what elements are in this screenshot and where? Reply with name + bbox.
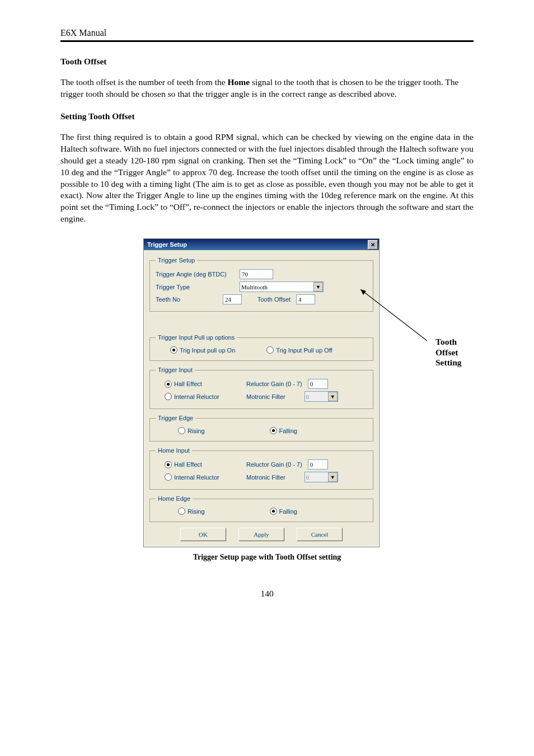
group-home-input: Home Input Hall Effect Reluctor Gain (0 … xyxy=(149,447,373,490)
callout-arrow xyxy=(360,289,433,351)
dialog-titlebar[interactable]: Trigger Setup ✕ xyxy=(144,239,379,250)
legend-home-edge: Home Edge xyxy=(156,495,193,502)
legend-home-input: Home Input xyxy=(156,447,192,454)
manual-title: E6X Manual xyxy=(60,28,474,38)
radio-home-falling[interactable]: Falling xyxy=(270,508,297,515)
label-trigger-type: Trigger Type xyxy=(156,284,234,290)
label-trigger-falling: Falling xyxy=(279,428,297,434)
para-tooth-offset: The tooth offset is the number of teeth … xyxy=(60,77,474,100)
dialog-title: Trigger Setup xyxy=(147,241,368,248)
label-trigger-gain: Reluctor Gain (0 - 7) xyxy=(246,381,302,387)
group-trigger-setup: Trigger Setup Trigger Angle (deg BTDC) T… xyxy=(149,257,373,312)
header-rule xyxy=(60,40,474,42)
input-teeth-no[interactable] xyxy=(223,294,242,304)
group-trigger-input: Trigger Input Hall Effect Reluctor Gain … xyxy=(149,367,373,409)
label-teeth-no: Teeth No xyxy=(156,296,217,303)
label-home-filter: Motronic Filter xyxy=(246,474,285,481)
figure-caption: Trigger Setup page with Tooth Offset set… xyxy=(60,553,474,562)
select-home-filter-value: 0 xyxy=(306,474,310,481)
trigger-setup-dialog: Trigger Setup ✕ Trigger Setup Trigger An… xyxy=(143,238,380,547)
label-home-falling: Falling xyxy=(279,508,297,515)
group-trigger-edge: Trigger Edge Rising Falling xyxy=(149,415,373,442)
label-trigger-filter: Motronic Filter xyxy=(246,393,285,400)
cancel-button[interactable]: Cancel xyxy=(297,528,343,541)
input-trigger-gain[interactable] xyxy=(308,379,328,389)
group-pullup: Trigger Input Pull up options Trig Input… xyxy=(149,334,373,361)
label-trigger-internal: Internal Reluctor xyxy=(174,393,219,400)
label-trigger-hall: Hall Effect xyxy=(174,381,202,387)
label-home-gain: Reluctor Gain (0 - 7) xyxy=(246,461,302,468)
chevron-down-icon: ▼ xyxy=(328,392,338,401)
select-trigger-type-value: Multitooth xyxy=(241,284,268,290)
chevron-down-icon: ▼ xyxy=(328,472,338,482)
radio-trigger-internal[interactable]: Internal Reluctor xyxy=(165,393,232,400)
radio-home-rising[interactable]: Rising xyxy=(178,508,205,515)
svg-marker-1 xyxy=(360,289,366,295)
svg-line-0 xyxy=(360,289,427,341)
label-trigger-rising: Rising xyxy=(188,428,205,434)
radio-pullup-off[interactable]: Trig Input Pull up Off xyxy=(266,346,332,354)
label-tooth-offset: Tooth Offset xyxy=(257,296,291,303)
radio-pullup-on[interactable]: Trig Input pull up On xyxy=(170,346,235,354)
heading-setting-tooth-offset: Setting Tooth Offset xyxy=(60,111,474,121)
select-trigger-filter: 0 ▼ xyxy=(305,391,338,402)
legend-pullup: Trigger Input Pull up options xyxy=(156,334,237,341)
close-icon: ✕ xyxy=(371,242,375,248)
select-trigger-type[interactable]: Multitooth ▼ xyxy=(240,281,324,292)
label-home-rising: Rising xyxy=(188,508,205,515)
legend-trigger-setup: Trigger Setup xyxy=(156,257,197,264)
bold-home: Home xyxy=(227,77,250,87)
label-pullup-off: Trig Input Pull up Off xyxy=(276,347,332,354)
radio-trigger-rising[interactable]: Rising xyxy=(178,427,205,434)
apply-button[interactable]: Apply xyxy=(238,528,284,541)
group-home-edge: Home Edge Rising Falling xyxy=(149,495,373,522)
callout-line2: Offset xyxy=(435,348,458,357)
radio-trigger-falling[interactable]: Falling xyxy=(270,427,297,434)
legend-trigger-input: Trigger Input xyxy=(156,367,195,373)
input-home-gain[interactable] xyxy=(308,459,328,469)
callout-line3: Setting xyxy=(435,358,462,367)
callout-line1: Tooth xyxy=(435,337,457,346)
label-home-internal: Internal Reluctor xyxy=(174,474,219,481)
para-setting-tooth-offset: The first thing required is to obtain a … xyxy=(60,132,474,225)
radio-home-hall[interactable]: Hall Effect xyxy=(165,461,232,468)
select-home-filter: 0 ▼ xyxy=(305,472,338,482)
heading-tooth-offset: Tooth Offset xyxy=(60,57,474,67)
select-trigger-filter-value: 0 xyxy=(306,393,310,400)
input-trigger-angle[interactable] xyxy=(240,269,273,279)
close-button[interactable]: ✕ xyxy=(368,240,378,250)
label-home-hall: Hall Effect xyxy=(174,461,202,468)
radio-trigger-hall[interactable]: Hall Effect xyxy=(165,381,232,388)
ok-button[interactable]: OK xyxy=(180,528,226,541)
label-pullup-on: Trig Input pull up On xyxy=(180,347,235,354)
input-tooth-offset[interactable] xyxy=(296,294,315,304)
label-trigger-angle: Trigger Angle (deg BTDC) xyxy=(156,271,234,278)
radio-home-internal[interactable]: Internal Reluctor xyxy=(165,473,232,481)
legend-trigger-edge: Trigger Edge xyxy=(156,415,195,421)
callout-tooth-offset-setting: Tooth Offset Setting xyxy=(435,337,462,368)
chevron-down-icon: ▼ xyxy=(313,282,323,292)
page-number: 140 xyxy=(60,589,474,599)
